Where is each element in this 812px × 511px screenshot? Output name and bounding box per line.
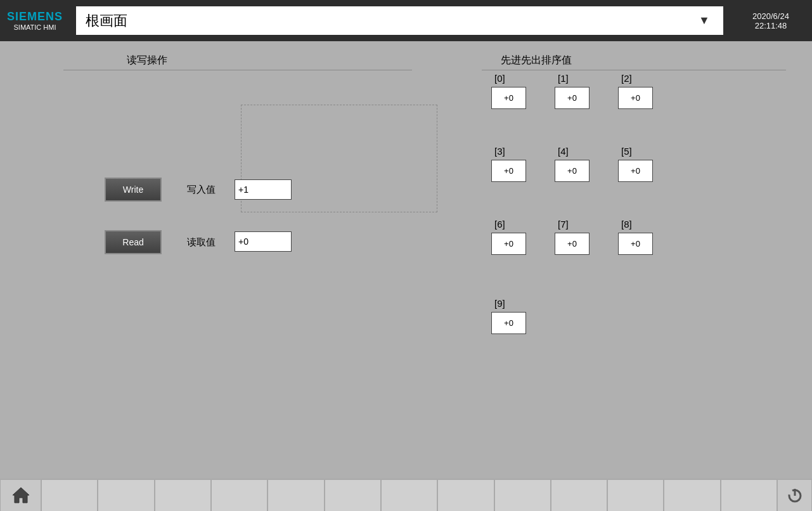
fifo-index-7: [7] (558, 219, 569, 230)
rw-section-title: 读写操作 (127, 54, 167, 67)
taskbar-btn-11[interactable] (607, 479, 664, 512)
fifo-value-3[interactable]: +0 (491, 160, 526, 182)
fifo-value-0[interactable]: +0 (491, 87, 526, 109)
fifo-value-1[interactable]: +0 (555, 87, 590, 109)
taskbar-btn-2[interactable] (98, 479, 154, 512)
chevron-down-icon[interactable]: ▼ (695, 11, 714, 30)
fifo-value-9[interactable]: +0 (491, 312, 526, 334)
write-input[interactable] (235, 179, 292, 200)
write-button[interactable]: Write (105, 178, 162, 202)
fifo-value-7[interactable]: +0 (555, 233, 590, 255)
fifo-index-6: [6] (494, 219, 505, 230)
fifo-value-5[interactable]: +0 (618, 160, 653, 182)
datetime-display: 2020/6/24 22:11:48 (730, 0, 812, 41)
simatic-label: SIMATIC HMI (13, 23, 56, 31)
fifo-index-5: [5] (621, 146, 632, 157)
taskbar-btn-6[interactable] (325, 479, 381, 512)
time-display: 22:11:48 (755, 21, 787, 30)
screen-title: 根画面 (86, 11, 127, 30)
taskbar-btn-4[interactable] (211, 479, 267, 512)
taskbar-btn-12[interactable] (664, 479, 720, 512)
write-button-label: Write (123, 184, 143, 195)
svg-marker-0 (13, 488, 29, 503)
taskbar (0, 479, 812, 511)
taskbar-btn-8[interactable] (437, 479, 494, 512)
screen-title-dropdown[interactable]: 根画面 ▼ (76, 6, 723, 35)
fifo-index-0: [0] (494, 73, 505, 84)
taskbar-btn-13[interactable] (721, 479, 777, 512)
taskbar-btn-1[interactable] (41, 479, 98, 512)
home-icon (11, 486, 30, 504)
date-display: 2020/6/24 (752, 11, 789, 21)
read-input[interactable] (235, 231, 292, 252)
fifo-index-1: [1] (558, 73, 569, 84)
fifo-divider (482, 70, 786, 70)
siemens-brand: SIEMENS (7, 10, 63, 23)
taskbar-btn-7[interactable] (381, 479, 437, 512)
fifo-index-4: [4] (558, 146, 569, 157)
fifo-value-6[interactable]: +0 (491, 233, 526, 255)
read-button-label: Read (122, 237, 143, 247)
read-field-label: 读取值 (187, 236, 216, 249)
taskbar-btn-9[interactable] (494, 479, 551, 512)
write-field-label: 写入值 (187, 184, 216, 196)
taskbar-btn-3[interactable] (155, 479, 211, 512)
main-content: 读写操作 先进先出排序值 Write 写入值 Read 读取值 [0] +0 [… (0, 41, 812, 479)
fifo-value-2[interactable]: +0 (618, 87, 653, 109)
fifo-index-2: [2] (621, 73, 632, 84)
fifo-value-4[interactable]: +0 (555, 160, 590, 182)
fifo-index-3: [3] (494, 146, 505, 157)
taskbar-btn-10[interactable] (551, 479, 607, 512)
taskbar-btn-5[interactable] (267, 479, 324, 512)
fifo-value-8[interactable]: +0 (618, 233, 653, 255)
read-button[interactable]: Read (105, 230, 162, 254)
fifo-section-title: 先进先出排序值 (501, 54, 572, 67)
fifo-index-8: [8] (621, 219, 632, 230)
siemens-logo: SIEMENS SIMATIC HMI (0, 0, 70, 41)
power-icon (786, 486, 804, 504)
power-button[interactable] (777, 479, 812, 512)
topbar: SIEMENS SIMATIC HMI 根画面 ▼ 2020/6/24 22:1… (0, 0, 812, 41)
rw-divider (63, 70, 412, 70)
home-button[interactable] (0, 479, 41, 512)
fifo-index-9: [9] (494, 298, 505, 309)
